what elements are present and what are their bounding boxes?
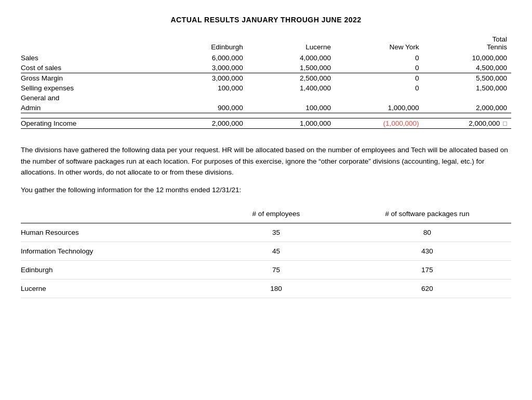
row-lucerne-admin: 100,000 bbox=[247, 103, 335, 113]
list-item: Lucerne 180 620 bbox=[21, 279, 511, 298]
row-label-general-line1: General and bbox=[21, 93, 147, 103]
data-table: # of employees # of software packages ru… bbox=[21, 208, 511, 298]
table-row: Operating Income 2,000,000 1,000,000 (1,… bbox=[21, 118, 511, 129]
col-header-employees: # of employees bbox=[209, 208, 343, 223]
row-label-general-line2: Admin bbox=[21, 103, 147, 113]
row-lucerne-cos: 1,500,000 bbox=[247, 63, 335, 73]
table-row: Gross Margin 3,000,000 2,500,000 0 5,500… bbox=[21, 73, 511, 84]
col-header-edinburgh: Edinburgh bbox=[147, 34, 247, 53]
table-row: General and bbox=[21, 93, 511, 103]
row-label-operating-income: Operating Income bbox=[21, 118, 147, 129]
row-newyork-cos: 0 bbox=[335, 63, 423, 73]
row-label-sales: Sales bbox=[21, 53, 147, 63]
row-lucerne-selling: 1,400,000 bbox=[247, 83, 335, 93]
row-employees-hr: 35 bbox=[209, 223, 343, 242]
row-label-it: Information Technology bbox=[21, 242, 209, 261]
row-edinburgh-admin: 900,000 bbox=[147, 103, 247, 113]
financial-table: Edinburgh Lucerne New York Total Tennis … bbox=[21, 34, 511, 129]
col-header-lucerne: Lucerne bbox=[247, 34, 335, 53]
row-packages-edinburgh: 175 bbox=[343, 261, 511, 279]
row-packages-hr: 80 bbox=[343, 223, 511, 242]
row-total-cos: 4,500,000 bbox=[423, 63, 511, 73]
page-title: ACTUAL RESULTS JANUARY THROUGH JUNE 2022 bbox=[21, 16, 511, 24]
table-row: Sales 6,000,000 4,000,000 0 10,000,000 bbox=[21, 53, 511, 63]
paragraph-2: You gather the following information for… bbox=[21, 184, 511, 196]
row-edinburgh-oi: 2,000,000 bbox=[147, 118, 247, 129]
row-lucerne-oi: 1,000,000 bbox=[247, 118, 335, 129]
paragraph-section: The divisions have gathered the followin… bbox=[21, 144, 511, 195]
row-total-admin: 2,000,000 bbox=[423, 103, 511, 113]
row-packages-it: 430 bbox=[343, 242, 511, 261]
col-header-newyork: New York bbox=[335, 34, 423, 53]
row-label-gross-margin: Gross Margin bbox=[21, 73, 147, 84]
row-label-edinburgh: Edinburgh bbox=[21, 261, 209, 279]
row-label-hr: Human Resources bbox=[21, 223, 209, 242]
row-lucerne-gm: 2,500,000 bbox=[247, 73, 335, 84]
table-row: Admin 900,000 100,000 1,000,000 2,000,00… bbox=[21, 103, 511, 113]
data-table-empty-header bbox=[21, 208, 209, 223]
row-edinburgh-cos: 3,000,000 bbox=[147, 63, 247, 73]
row-lucerne-sales: 4,000,000 bbox=[247, 53, 335, 63]
row-employees-edinburgh: 75 bbox=[209, 261, 343, 279]
row-employees-it: 45 bbox=[209, 242, 343, 261]
row-newyork-selling: 0 bbox=[335, 83, 423, 93]
col-header-total-line1: Total bbox=[428, 35, 507, 43]
row-newyork-sales: 0 bbox=[335, 53, 423, 63]
row-label-selling: Selling expenses bbox=[21, 83, 147, 93]
row-total-sales: 10,000,000 bbox=[423, 53, 511, 63]
row-newyork-gm: 0 bbox=[335, 73, 423, 84]
list-item: Edinburgh 75 175 bbox=[21, 261, 511, 279]
list-item: Information Technology 45 430 bbox=[21, 242, 511, 261]
row-total-gm: 5,500,000 bbox=[423, 73, 511, 84]
row-label-lucerne: Lucerne bbox=[21, 279, 209, 298]
row-newyork-admin: 1,000,000 bbox=[335, 103, 423, 113]
list-item: Human Resources 35 80 bbox=[21, 223, 511, 242]
row-total-oi: 2,000,000 bbox=[423, 118, 511, 129]
table-row: Cost of sales 3,000,000 1,500,000 0 4,50… bbox=[21, 63, 511, 73]
col-header-packages: # of software packages run bbox=[343, 208, 511, 223]
row-edinburgh-selling: 100,000 bbox=[147, 83, 247, 93]
row-packages-lucerne: 620 bbox=[343, 279, 511, 298]
col-header-total-line2: Tennis bbox=[428, 43, 507, 51]
row-employees-lucerne: 180 bbox=[209, 279, 343, 298]
row-total-selling: 1,500,000 bbox=[423, 83, 511, 93]
row-edinburgh-sales: 6,000,000 bbox=[147, 53, 247, 63]
row-edinburgh-gm: 3,000,000 bbox=[147, 73, 247, 84]
cell-marker bbox=[503, 122, 507, 126]
row-label-cost-of-sales: Cost of sales bbox=[21, 63, 147, 73]
paragraph-1: The divisions have gathered the followin… bbox=[21, 144, 511, 178]
table-row: Selling expenses 100,000 1,400,000 0 1,5… bbox=[21, 83, 511, 93]
row-newyork-oi: (1,000,000) bbox=[335, 118, 423, 129]
